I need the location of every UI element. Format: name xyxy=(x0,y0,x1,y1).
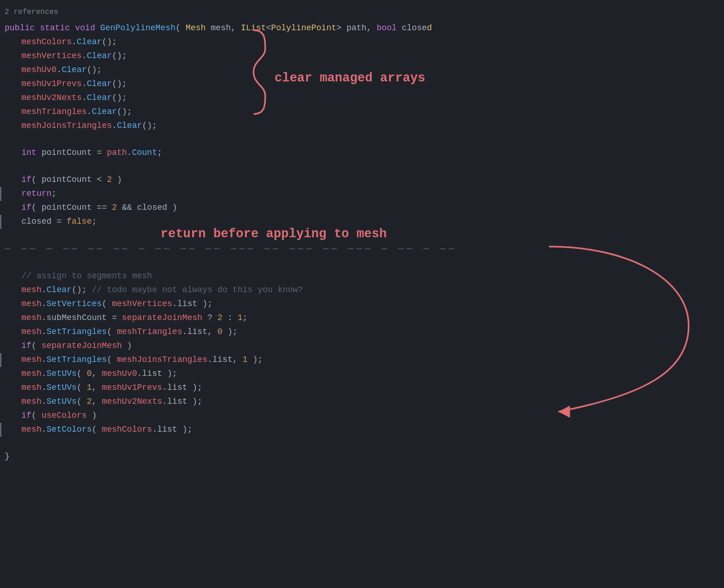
code-line-10: return; xyxy=(0,187,724,201)
code-line-20: mesh.SetUVs( 1, meshUv1Prevs.list ); xyxy=(0,381,724,395)
reference-count: 2 references xyxy=(0,4,724,21)
code-line-2: meshVertices.Clear(); xyxy=(0,49,724,63)
code-line-8: int pointCount = path.Count; xyxy=(0,146,724,160)
code-line-23: mesh.SetColors( meshColors.list ); xyxy=(0,423,724,437)
code-line-4: meshUv1Prevs.Clear(); xyxy=(0,77,724,91)
code-line-12: closed = false; xyxy=(0,215,724,229)
code-line-13: mesh.Clear(); // todo maybe not always d… xyxy=(0,283,724,297)
code-line-18: mesh.SetTriangles( meshJoinsTriangles.li… xyxy=(0,353,724,367)
code-line-signature: public static void GenPolylineMesh( Mesh… xyxy=(0,21,724,35)
code-line-21: mesh.SetUVs( 2, meshUv2Nexts.list ); xyxy=(0,395,724,409)
code-editor: 2 references public static void GenPolyl… xyxy=(0,0,724,468)
code-line-3: meshUv0.Clear(); xyxy=(0,63,724,77)
code-line-15: mesh.subMeshCount = separateJoinMesh ? 2… xyxy=(0,311,724,325)
code-line-14: mesh.SetVertices( meshVertices.list ); xyxy=(0,297,724,311)
code-line-22: if( useColors ) xyxy=(0,409,724,423)
code-line-5: meshUv2Nexts.Clear(); xyxy=(0,91,724,105)
code-line-17: if( separateJoinMesh ) xyxy=(0,339,724,353)
code-line-6: meshTriangles.Clear(); xyxy=(0,105,724,119)
separator: ─ ── ─ ── ── ── ─ ── ── ── ─── ── ─── ──… xyxy=(0,242,724,256)
code-line-9: if( pointCount < 2 ) xyxy=(0,173,724,187)
code-line-11: if( pointCount == 2 && closed ) xyxy=(0,201,724,215)
code-line-16: mesh.SetTriangles( meshTriangles.list, 0… xyxy=(0,325,724,339)
code-line-7: meshJoinsTriangles.Clear(); xyxy=(0,119,724,133)
code-line-close: } xyxy=(0,450,724,464)
code-line-19: mesh.SetUVs( 0, meshUv0.list ); xyxy=(0,367,724,381)
code-line-comment: // assign to segments mesh xyxy=(0,269,724,283)
code-line-1: meshColors.Clear(); xyxy=(0,35,724,49)
